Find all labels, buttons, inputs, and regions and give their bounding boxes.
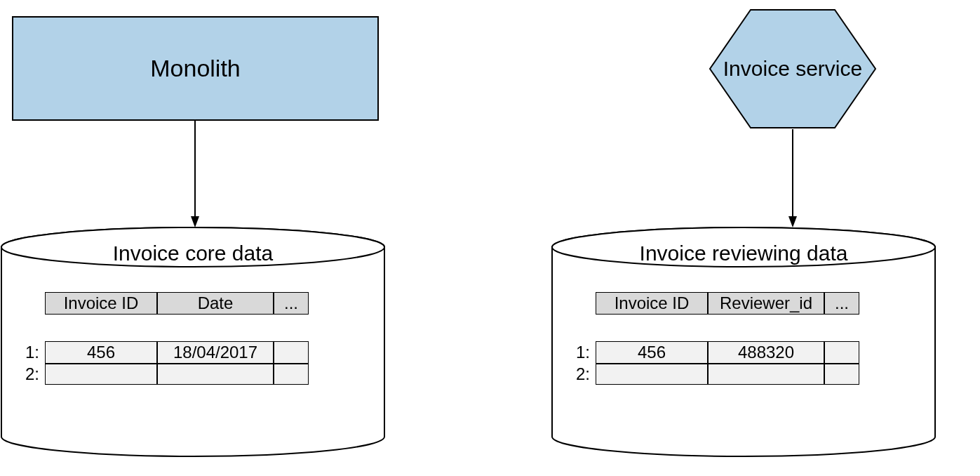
db-right-row-1-a: 456 — [596, 341, 708, 364]
db-right-row-2-a — [596, 364, 708, 385]
db-left-table: Invoice ID Date ... 1: 456 18/04/2017 2: — [20, 292, 309, 385]
db-left-row-2-a — [45, 364, 157, 385]
db-right: Invoice reviewing data Invoice ID Review… — [551, 226, 937, 458]
db-right-title: Invoice reviewing data — [551, 242, 937, 265]
diagram-canvas: Monolith Invoice service — [0, 0, 980, 476]
db-left: Invoice core data Invoice ID Date ... 1:… — [0, 226, 386, 458]
db-left-row-2-b — [157, 364, 274, 385]
db-right-row-1-label: 1: — [570, 341, 596, 364]
arrow-service-to-db — [786, 129, 800, 233]
db-left-header-b: Date — [157, 292, 274, 315]
db-right-row-1: 1: 456 488320 — [570, 341, 859, 364]
db-left-row-2-label: 2: — [20, 364, 45, 385]
db-right-row-2-c — [824, 364, 859, 385]
monolith-label: Monolith — [150, 55, 241, 82]
db-right-row-2-b — [708, 364, 824, 385]
db-left-header-row: Invoice ID Date ... — [20, 292, 309, 315]
db-right-row-2: 2: — [570, 364, 859, 385]
db-left-row-1-a: 456 — [45, 341, 157, 364]
invoice-service-hexagon: Invoice service — [709, 8, 877, 129]
db-right-header-row: Invoice ID Reviewer_id ... — [570, 292, 859, 315]
monolith-box: Monolith — [12, 16, 379, 121]
db-right-row-2-label: 2: — [570, 364, 596, 385]
db-left-row-1-label: 1: — [20, 341, 45, 364]
db-left-row-1: 1: 456 18/04/2017 — [20, 341, 309, 364]
db-left-row-1-b: 18/04/2017 — [157, 341, 274, 364]
db-left-title: Invoice core data — [0, 242, 386, 265]
invoice-service-label: Invoice service — [723, 57, 862, 81]
db-right-header-c: ... — [824, 292, 859, 315]
db-left-header-a: Invoice ID — [45, 292, 157, 315]
db-right-row-1-c — [824, 341, 859, 364]
db-right-header-b: Reviewer_id — [708, 292, 824, 315]
arrow-monolith-to-db — [188, 121, 202, 233]
db-left-header-c: ... — [274, 292, 309, 315]
db-right-row-1-b: 488320 — [708, 341, 824, 364]
db-right-header-a: Invoice ID — [596, 292, 708, 315]
db-left-row-2-c — [274, 364, 309, 385]
db-left-row-1-c — [274, 341, 309, 364]
db-left-row-2: 2: — [20, 364, 309, 385]
db-right-table: Invoice ID Reviewer_id ... 1: 456 488320… — [570, 292, 859, 385]
